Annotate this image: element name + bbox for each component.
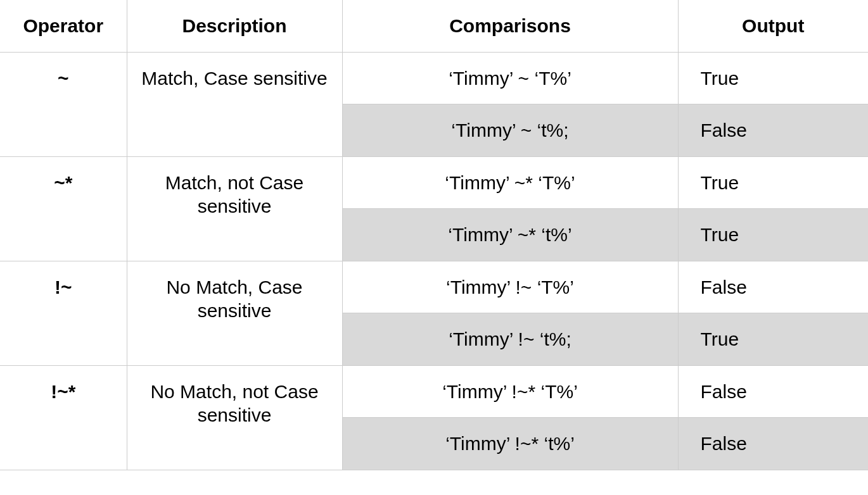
table-row: !~ No Match, Case sensitive ‘Timmy’ !~ ‘… <box>0 261 868 313</box>
output-cell: False <box>678 261 868 313</box>
comparison-cell: ‘Timmy’ !~* ‘T%’ <box>342 365 678 418</box>
header-comparisons: Comparisons <box>342 0 678 52</box>
comparison-cell: ‘Timmy’ ~* ‘t%’ <box>342 209 678 261</box>
operator-table: Operator Description Comparisons Output … <box>0 0 868 470</box>
output-cell: False <box>678 365 868 418</box>
output-cell: True <box>678 52 868 104</box>
table-header-row: Operator Description Comparisons Output <box>0 0 868 52</box>
header-output: Output <box>678 0 868 52</box>
output-cell: False <box>678 418 868 470</box>
comparison-cell: ‘Timmy’ !~ ‘T%’ <box>342 261 678 313</box>
operator-cell: !~* <box>0 365 127 470</box>
comparison-cell: ‘Timmy’ !~ ‘t%; <box>342 313 678 366</box>
comparison-cell: ‘Timmy’ ~ ‘t%; <box>342 104 678 157</box>
description-cell: Match, not Case sensitive <box>127 156 342 261</box>
output-cell: True <box>678 156 868 209</box>
operator-cell: ~* <box>0 156 127 261</box>
operator-cell: ~ <box>0 52 127 156</box>
table-row: !~* No Match, not Case sensitive ‘Timmy’… <box>0 365 868 418</box>
comparison-cell: ‘Timmy’ ~ ‘T%’ <box>342 52 678 104</box>
header-description: Description <box>127 0 342 52</box>
description-cell: No Match, Case sensitive <box>127 261 342 365</box>
comparison-cell: ‘Timmy’ ~* ‘T%’ <box>342 156 678 209</box>
description-cell: No Match, not Case sensitive <box>127 365 342 470</box>
header-operator: Operator <box>0 0 127 52</box>
table-row: ~* Match, not Case sensitive ‘Timmy’ ~* … <box>0 156 868 209</box>
comparison-cell: ‘Timmy’ !~* ‘t%’ <box>342 418 678 470</box>
operator-cell: !~ <box>0 261 127 365</box>
description-cell: Match, Case sensitive <box>127 52 342 156</box>
table-row: ~ Match, Case sensitive ‘Timmy’ ~ ‘T%’ T… <box>0 52 868 104</box>
output-cell: True <box>678 209 868 261</box>
output-cell: True <box>678 313 868 366</box>
output-cell: False <box>678 104 868 157</box>
